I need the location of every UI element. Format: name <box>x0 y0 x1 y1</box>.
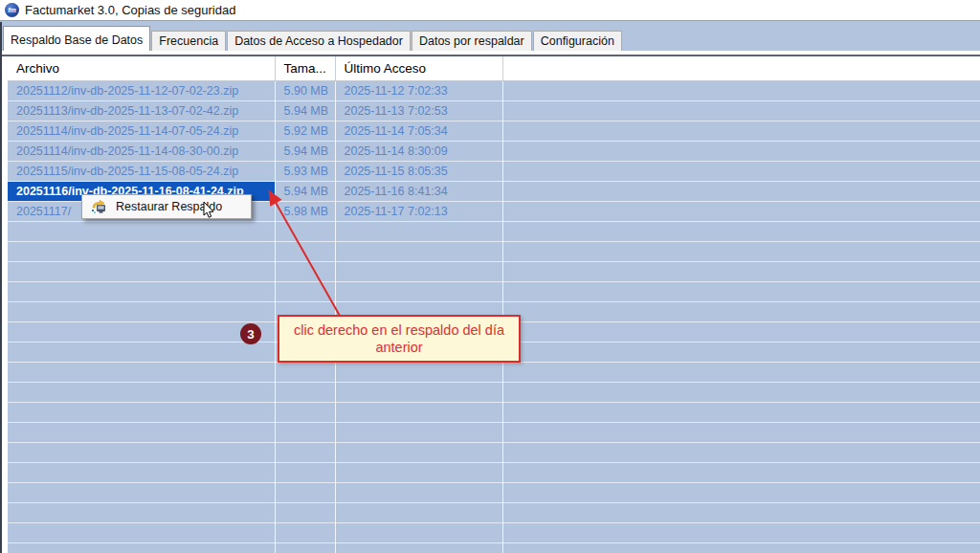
table-row[interactable]: 20251115/inv-db-2025-11-15-08-05-24.zip … <box>8 161 980 181</box>
cell-ultimo-acceso[interactable] <box>335 442 502 462</box>
cell-archivo[interactable] <box>8 442 275 462</box>
cell-tamano[interactable] <box>275 382 335 402</box>
table-row-empty[interactable] <box>8 362 980 382</box>
cell-blank <box>502 281 980 301</box>
table-row-empty[interactable] <box>8 241 980 261</box>
cell-ultimo-acceso[interactable]: 2025-11-17 7:02:13 <box>335 201 502 221</box>
cell-archivo[interactable]: 20251115/inv-db-2025-11-15-08-05-24.zip <box>8 161 275 181</box>
cell-ultimo-acceso[interactable] <box>335 382 502 402</box>
cell-archivo[interactable] <box>8 502 275 522</box>
menu-item-restaurar-respaldo[interactable]: Restaurar Respaldo <box>82 195 251 218</box>
cell-archivo[interactable]: 20251113/inv-db-2025-11-13-07-02-42.zip <box>8 100 275 121</box>
cell-ultimo-acceso[interactable] <box>335 482 502 502</box>
table-row[interactable]: 20251114/inv-db-2025-11-14-07-05-24.zip … <box>8 121 980 141</box>
cell-archivo[interactable]: 20251112/inv-db-2025-11-12-07-02-23.zip <box>8 80 275 100</box>
cell-tamano[interactable] <box>275 402 335 422</box>
cell-blank <box>502 261 980 281</box>
cell-archivo[interactable] <box>8 241 275 261</box>
table-row-empty[interactable] <box>8 422 980 442</box>
cell-archivo[interactable] <box>8 342 275 362</box>
cell-ultimo-acceso[interactable]: 2025-11-13 7:02:53 <box>335 100 502 121</box>
cell-blank <box>502 141 980 161</box>
cell-ultimo-acceso[interactable] <box>335 241 502 261</box>
table-row-empty[interactable] <box>8 482 980 502</box>
cell-archivo[interactable] <box>8 221 275 241</box>
cell-tamano[interactable]: 5.94 MB <box>275 100 335 121</box>
cell-tamano[interactable] <box>275 542 335 553</box>
table-row-empty[interactable] <box>8 522 980 542</box>
cell-archivo[interactable] <box>8 321 275 342</box>
cell-ultimo-acceso[interactable]: 2025-11-14 7:05:34 <box>335 121 502 141</box>
table-row-empty[interactable] <box>8 442 980 462</box>
table-row-empty[interactable] <box>8 502 980 522</box>
column-header-archivo[interactable]: Archivo <box>8 56 275 80</box>
table-row-empty[interactable] <box>8 281 980 301</box>
cell-tamano[interactable] <box>275 462 335 482</box>
tab-datos-por-respaldar[interactable]: Datos por respaldar <box>412 31 532 51</box>
cell-tamano[interactable]: 5.90 MB <box>275 80 335 100</box>
cell-tamano[interactable]: 5.98 MB <box>275 201 335 221</box>
cell-archivo[interactable] <box>8 422 275 442</box>
cell-tamano[interactable] <box>275 281 335 301</box>
cell-archivo[interactable] <box>8 301 275 321</box>
cell-tamano[interactable]: 5.94 MB <box>275 141 335 161</box>
cell-ultimo-acceso[interactable]: 2025-11-15 8:05:35 <box>335 161 502 181</box>
tab-respaldo-base-de-datos[interactable]: Respaldo Base de Datos <box>3 26 150 51</box>
cell-archivo[interactable] <box>8 542 275 553</box>
cell-archivo[interactable] <box>8 522 275 542</box>
cell-tamano[interactable] <box>275 221 335 241</box>
cell-archivo[interactable] <box>8 281 275 301</box>
cell-archivo[interactable] <box>8 462 275 482</box>
cell-tamano[interactable] <box>275 522 335 542</box>
cell-tamano[interactable] <box>275 502 335 522</box>
cell-tamano[interactable]: 5.93 MB <box>275 161 335 181</box>
table-row-empty[interactable] <box>8 542 980 553</box>
cell-ultimo-acceso[interactable] <box>335 402 502 422</box>
column-header-tamano[interactable]: Tama... <box>275 56 335 80</box>
table-row[interactable]: 20251113/inv-db-2025-11-13-07-02-42.zip … <box>8 100 980 121</box>
table-row-empty[interactable] <box>8 261 980 281</box>
cell-archivo[interactable] <box>8 261 275 281</box>
cell-tamano[interactable] <box>275 442 335 462</box>
cell-tamano[interactable] <box>275 482 335 502</box>
cell-ultimo-acceso[interactable]: 2025-11-14 8:30:09 <box>335 141 502 161</box>
tab-datos-de-acceso-a-hospedador[interactable]: Datos de Acceso a Hospedador <box>227 31 411 51</box>
cell-ultimo-acceso[interactable] <box>335 542 502 553</box>
cell-ultimo-acceso[interactable] <box>335 281 502 301</box>
cell-ultimo-acceso[interactable] <box>335 502 502 522</box>
cell-tamano[interactable] <box>275 261 335 281</box>
cell-ultimo-acceso[interactable] <box>335 362 502 382</box>
cell-archivo[interactable]: 20251114/inv-db-2025-11-14-07-05-24.zip <box>8 121 275 141</box>
cell-archivo[interactable] <box>8 402 275 422</box>
cell-ultimo-acceso[interactable] <box>335 462 502 482</box>
cell-archivo[interactable]: 20251114/inv-db-2025-11-14-08-30-00.zip <box>8 141 275 161</box>
cell-tamano[interactable] <box>275 241 335 261</box>
cell-ultimo-acceso[interactable]: 2025-11-16 8:41:34 <box>335 181 502 201</box>
table-row-empty[interactable] <box>8 382 980 402</box>
cell-ultimo-acceso[interactable] <box>335 422 502 442</box>
cell-blank <box>502 301 980 321</box>
table-row[interactable]: 20251114/inv-db-2025-11-14-08-30-00.zip … <box>8 141 980 161</box>
tab-configuracion[interactable]: Configuración <box>533 31 622 51</box>
cell-tamano[interactable] <box>275 422 335 442</box>
cell-tamano[interactable]: 5.92 MB <box>275 121 335 141</box>
cell-blank <box>502 201 980 221</box>
mouse-cursor-icon <box>203 201 215 219</box>
tab-frecuencia[interactable]: Frecuencia <box>151 31 226 51</box>
table-row-empty[interactable] <box>8 221 980 241</box>
column-header-ultimo-acceso[interactable]: Último Acceso <box>335 56 502 80</box>
cell-ultimo-acceso[interactable] <box>335 261 502 281</box>
table-row-empty[interactable] <box>8 462 980 482</box>
backup-list[interactable]: Archivo Tama... Último Acceso 20251112/i… <box>8 56 980 553</box>
cell-archivo[interactable] <box>8 382 275 402</box>
cell-tamano[interactable]: 5.94 MB <box>275 181 335 201</box>
app-logo-icon: fm <box>5 3 19 17</box>
cell-ultimo-acceso[interactable]: 2025-11-12 7:02:33 <box>335 80 502 100</box>
cell-archivo[interactable] <box>8 362 275 382</box>
cell-ultimo-acceso[interactable] <box>335 522 502 542</box>
table-row-empty[interactable] <box>8 402 980 422</box>
cell-ultimo-acceso[interactable] <box>335 221 502 241</box>
cell-archivo[interactable] <box>8 482 275 502</box>
cell-tamano[interactable] <box>275 362 335 382</box>
table-row[interactable]: 20251112/inv-db-2025-11-12-07-02-23.zip … <box>8 80 980 100</box>
